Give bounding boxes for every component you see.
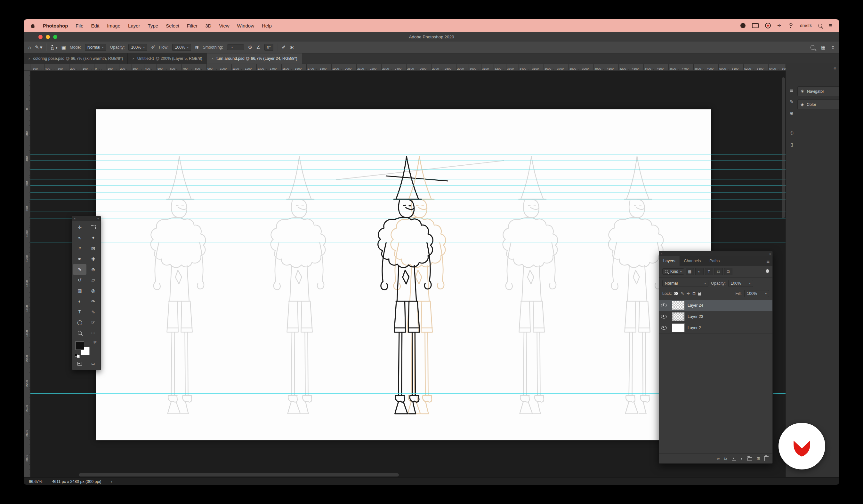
- document-tab-2[interactable]: ×Untitled-1 @ 200% (Layer 5, RGB/8): [128, 53, 207, 64]
- tool-preset-dropdown[interactable]: ✎ ▾: [35, 44, 42, 50]
- menu-item-type[interactable]: Type: [148, 23, 159, 28]
- document-canvas[interactable]: [96, 109, 711, 440]
- new-layer-icon[interactable]: ⊞: [757, 456, 760, 461]
- lasso-tool[interactable]: ∿: [73, 232, 86, 243]
- layer-visibility-toggle[interactable]: [659, 300, 669, 311]
- layer-row[interactable]: Layer 24: [659, 300, 772, 311]
- blend-mode-select[interactable]: Normal ▾: [85, 44, 106, 51]
- fullscreen-window-button[interactable]: [53, 35, 57, 39]
- filter-toggle-switch[interactable]: [766, 269, 769, 274]
- menu-item-image[interactable]: Image: [107, 23, 120, 28]
- layer-visibility-toggle[interactable]: [659, 311, 669, 322]
- search-icon[interactable]: [811, 45, 815, 50]
- layer-row[interactable]: Layer 23: [659, 311, 772, 322]
- menu-bar-username[interactable]: dmstk: [800, 23, 812, 28]
- lock-pixels-icon[interactable]: ✎: [681, 291, 684, 296]
- menu-item-window[interactable]: Window: [237, 23, 254, 28]
- vertical-ruler[interactable]: 0200400600800100012001400160018002000220…: [24, 70, 30, 477]
- menu-item-select[interactable]: Select: [166, 23, 179, 28]
- layers-panel-header[interactable]: × «: [659, 251, 772, 256]
- healing-brush-tool[interactable]: ✚: [86, 254, 100, 264]
- apple-menu-icon[interactable]: [31, 23, 35, 28]
- close-palette-icon[interactable]: ×: [74, 217, 76, 220]
- layer-fill-field[interactable]: 100% ▾: [744, 290, 769, 297]
- collapse-panel-icon[interactable]: «: [769, 252, 771, 256]
- menu-item-photoshop[interactable]: Photoshop: [43, 23, 68, 28]
- menu-item-filter[interactable]: Filter: [187, 23, 198, 28]
- color-panel-button[interactable]: ◈Color: [797, 100, 839, 109]
- horizontal-ruler[interactable]: 5004003002001000100200300400500600700800…: [30, 64, 786, 71]
- close-window-button[interactable]: [38, 35, 42, 39]
- zoom-tool[interactable]: [73, 327, 86, 338]
- layer-thumbnail[interactable]: [672, 301, 685, 310]
- layer-thumbnail[interactable]: [672, 323, 685, 332]
- layer-mask-icon[interactable]: [732, 457, 736, 461]
- delete-layer-icon[interactable]: [764, 457, 768, 461]
- screen-capture-icon[interactable]: [740, 23, 746, 28]
- panel-menu-icon[interactable]: ≣: [766, 259, 772, 263]
- panel-tab-layers[interactable]: Layers: [659, 256, 680, 266]
- menu-item-layer[interactable]: Layer: [128, 23, 140, 28]
- filter-shape-layers-icon[interactable]: □: [714, 268, 723, 275]
- adjustment-layer-icon[interactable]: ◐: [741, 456, 743, 461]
- flow-field[interactable]: 100% ▾: [172, 44, 191, 51]
- layer-thumbnail[interactable]: [672, 312, 685, 321]
- magic-wand-tool[interactable]: ✦: [86, 232, 100, 243]
- screen-mode-button[interactable]: ▭: [89, 360, 97, 367]
- blur-tool[interactable]: ◎: [86, 285, 100, 296]
- adjustments-panel-icon[interactable]: ≣: [790, 88, 793, 93]
- filter-adjustment-layers-icon[interactable]: ◐: [695, 268, 704, 275]
- path-select-tool[interactable]: ⇖: [86, 306, 100, 317]
- home-icon[interactable]: ⌂: [28, 45, 31, 50]
- document-tab-3[interactable]: ×turn around.psd @ 66,7% (Layer 24, RGB/…: [207, 53, 302, 64]
- frame-tool[interactable]: ⊠: [86, 243, 100, 254]
- filter-pixel-layers-icon[interactable]: ▦: [686, 268, 694, 275]
- brush-angle-field[interactable]: 0°: [264, 44, 273, 51]
- more-tools[interactable]: ⋯: [86, 327, 100, 338]
- brush-size-preview[interactable]: 11 ▾: [51, 45, 58, 50]
- history-brush-tool[interactable]: ↺: [73, 275, 86, 285]
- zoom-level-field[interactable]: 66,67%: [29, 479, 42, 484]
- layer-row[interactable]: Layer 2: [659, 322, 772, 334]
- libraries-panel-icon[interactable]: ▯: [790, 142, 793, 147]
- lock-transparency-icon[interactable]: [674, 292, 678, 295]
- swap-colors-icon[interactable]: ⇄: [93, 340, 97, 345]
- close-tab-icon[interactable]: ×: [212, 56, 213, 61]
- screen-record-icon[interactable]: [765, 23, 771, 28]
- opacity-pressure-icon[interactable]: ✐: [151, 44, 155, 50]
- wifi-icon[interactable]: [787, 23, 793, 28]
- navigator-panel-button[interactable]: ✳Navigator: [797, 86, 839, 96]
- quick-mask-button[interactable]: [76, 360, 84, 367]
- document-tab-1[interactable]: ×coloring pose.psd @ 66,7% (skin warmth,…: [24, 53, 128, 64]
- control-center-icon[interactable]: ≣: [828, 23, 832, 28]
- lock-position-icon[interactable]: ✛: [687, 291, 690, 296]
- type-tool[interactable]: T: [73, 306, 86, 317]
- layer-opacity-field[interactable]: 100% ▾: [728, 280, 753, 287]
- layer-visibility-toggle[interactable]: [659, 322, 669, 333]
- close-tab-icon[interactable]: ×: [28, 56, 30, 61]
- marquee-tool[interactable]: [86, 222, 100, 232]
- shape-tool[interactable]: ◯: [73, 317, 86, 327]
- foreground-color-swatch[interactable]: [76, 341, 84, 350]
- share-icon[interactable]: ↥: [831, 45, 835, 50]
- brush-settings-toggle-icon[interactable]: ▣: [61, 44, 66, 50]
- collapse-dock-button[interactable]: «: [834, 66, 836, 71]
- collapse-palette-icon[interactable]: «: [97, 217, 99, 220]
- eraser-tool[interactable]: ▱: [86, 275, 100, 285]
- tablet-pressure-icon[interactable]: ✐: [282, 44, 286, 50]
- minimize-window-button[interactable]: [46, 35, 50, 39]
- vertical-scrollbar[interactable]: [782, 77, 785, 471]
- lock-artboard-icon[interactable]: ⊡: [692, 291, 696, 296]
- pen-tool[interactable]: ✑: [86, 296, 100, 306]
- paint-symmetry-icon[interactable]: Ж: [289, 45, 294, 50]
- gradient-tool[interactable]: ▨: [73, 285, 86, 296]
- link-layers-icon[interactable]: ∞: [717, 456, 720, 461]
- close-panel-icon[interactable]: ×: [661, 252, 662, 256]
- move-tool[interactable]: ✛: [73, 222, 86, 232]
- horizontal-scrollbar-thumb[interactable]: [79, 473, 399, 477]
- brush-tool[interactable]: ✎: [73, 264, 86, 275]
- window-manager-icon[interactable]: ✛: [777, 23, 781, 28]
- layer-blend-mode-dropdown[interactable]: Normal ▾: [662, 280, 709, 287]
- smoothing-options-gear-icon[interactable]: ⚙: [248, 44, 252, 50]
- airbrush-icon[interactable]: ≋: [195, 44, 199, 50]
